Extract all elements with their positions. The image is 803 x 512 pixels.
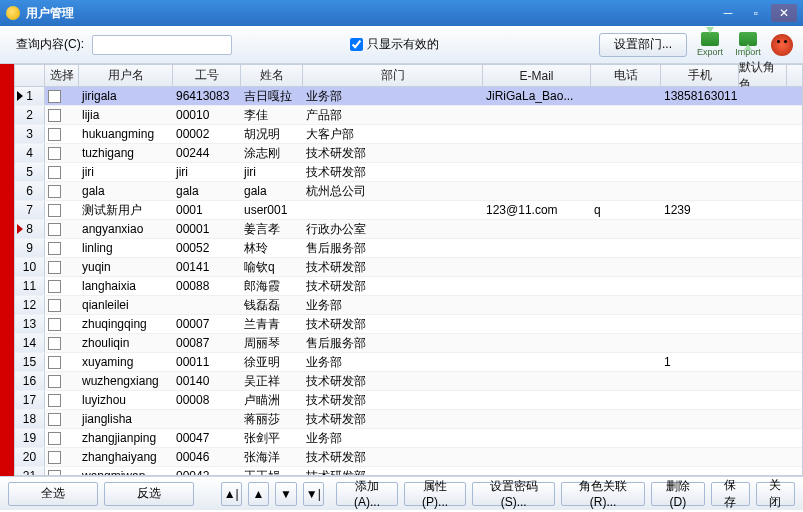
row-select-cell[interactable] bbox=[45, 448, 79, 466]
table-row[interactable]: 2lijia00010李佳产品部 bbox=[15, 106, 802, 125]
row-select-cell[interactable] bbox=[45, 372, 79, 390]
row-select-cell[interactable] bbox=[45, 467, 79, 475]
row-select-cell[interactable] bbox=[45, 334, 79, 352]
cell-phone bbox=[591, 144, 661, 162]
table-row[interactable]: 1jirigala96413083吉日嘎拉业务部JiRiGaLa_Bao...1… bbox=[15, 87, 802, 106]
move-up-button[interactable]: ▲ bbox=[248, 482, 269, 506]
move-down-button[interactable]: ▼ bbox=[275, 482, 296, 506]
properties-button[interactable]: 属性(P)... bbox=[404, 482, 466, 506]
table-row[interactable]: 4tuzhigang00244涂志刚技术研发部 bbox=[15, 144, 802, 163]
row-select-cell[interactable] bbox=[45, 296, 79, 314]
row-select-cell[interactable] bbox=[45, 277, 79, 295]
search-input[interactable] bbox=[92, 35, 232, 55]
row-checkbox[interactable] bbox=[48, 432, 61, 445]
row-checkbox[interactable] bbox=[48, 204, 61, 217]
table-row[interactable]: 18jianglisha蒋丽莎技术研发部 bbox=[15, 410, 802, 429]
row-checkbox[interactable] bbox=[48, 147, 61, 160]
set-password-button[interactable]: 设置密码(S)... bbox=[472, 482, 555, 506]
row-checkbox[interactable] bbox=[48, 470, 61, 476]
table-row[interactable]: 17luyizhou00008卢瞄洲技术研发部 bbox=[15, 391, 802, 410]
row-select-cell[interactable] bbox=[45, 239, 79, 257]
table-row[interactable]: 6galagalagala杭州总公司 bbox=[15, 182, 802, 201]
row-checkbox[interactable] bbox=[48, 242, 61, 255]
table-row[interactable]: 15xuyaming00011徐亚明业务部1 bbox=[15, 353, 802, 372]
row-select-cell[interactable] bbox=[45, 163, 79, 181]
row-checkbox[interactable] bbox=[48, 318, 61, 331]
debug-icon[interactable] bbox=[771, 34, 793, 56]
row-checkbox[interactable] bbox=[48, 451, 61, 464]
maximize-button[interactable]: ▫ bbox=[743, 4, 769, 22]
move-bottom-button[interactable]: ▼| bbox=[303, 482, 324, 506]
row-select-cell[interactable] bbox=[45, 87, 79, 105]
row-checkbox[interactable] bbox=[48, 261, 61, 274]
header-rownum[interactable] bbox=[15, 65, 45, 86]
table-row[interactable]: 14zhouliqin00087周丽琴售后服务部 bbox=[15, 334, 802, 353]
row-checkbox[interactable] bbox=[48, 223, 61, 236]
header-phone[interactable]: 电话 bbox=[591, 65, 661, 86]
table-row[interactable]: 10yuqin00141喻钦q技术研发部 bbox=[15, 258, 802, 277]
row-checkbox[interactable] bbox=[48, 394, 61, 407]
row-checkbox[interactable] bbox=[48, 185, 61, 198]
header-mobile[interactable]: 手机 bbox=[661, 65, 739, 86]
save-button[interactable]: 保存 bbox=[711, 482, 750, 506]
delete-button[interactable]: 删除(D) bbox=[651, 482, 705, 506]
row-select-cell[interactable] bbox=[45, 410, 79, 428]
table-row[interactable]: 16wuzhengxiang00140吴正祥技术研发部 bbox=[15, 372, 802, 391]
only-valid-checkbox[interactable] bbox=[350, 38, 363, 51]
row-checkbox[interactable] bbox=[48, 413, 61, 426]
header-role[interactable]: 默认角色 bbox=[739, 65, 787, 86]
table-row[interactable]: 8angyanxiao00001姜言孝行政办公室 bbox=[15, 220, 802, 239]
row-select-cell[interactable] bbox=[45, 391, 79, 409]
close-button[interactable]: 关闭 bbox=[756, 482, 795, 506]
table-row[interactable]: 12qianleilei钱磊磊业务部 bbox=[15, 296, 802, 315]
role-relation-button[interactable]: 角色关联(R)... bbox=[561, 482, 645, 506]
row-checkbox[interactable] bbox=[48, 166, 61, 179]
invert-selection-button[interactable]: 反选 bbox=[104, 482, 194, 506]
header-select[interactable]: 选择 bbox=[45, 65, 79, 86]
table-row[interactable]: 13zhuqingqing00007兰青青技术研发部 bbox=[15, 315, 802, 334]
table-row[interactable]: 5jirijirijiri技术研发部 bbox=[15, 163, 802, 182]
set-department-button[interactable]: 设置部门... bbox=[599, 33, 687, 57]
export-button[interactable]: Export bbox=[695, 32, 725, 57]
row-checkbox[interactable] bbox=[48, 128, 61, 141]
grid-body[interactable]: 1jirigala96413083吉日嘎拉业务部JiRiGaLa_Bao...1… bbox=[15, 87, 802, 475]
row-checkbox[interactable] bbox=[48, 375, 61, 388]
row-select-cell[interactable] bbox=[45, 106, 79, 124]
header-username[interactable]: 用户名 bbox=[79, 65, 173, 86]
header-dept[interactable]: 部门 bbox=[303, 65, 483, 86]
cell-phone bbox=[591, 467, 661, 475]
minimize-button[interactable]: ─ bbox=[715, 4, 741, 22]
close-window-button[interactable]: ✕ bbox=[771, 4, 797, 22]
row-select-cell[interactable] bbox=[45, 182, 79, 200]
only-valid-checkbox-wrap[interactable]: 只显示有效的 bbox=[350, 36, 439, 53]
row-checkbox[interactable] bbox=[48, 280, 61, 293]
header-empno[interactable]: 工号 bbox=[173, 65, 241, 86]
add-button[interactable]: 添加(A)... bbox=[336, 482, 398, 506]
move-top-button[interactable]: ▲| bbox=[221, 482, 242, 506]
header-name[interactable]: 姓名 bbox=[241, 65, 303, 86]
table-row[interactable]: 7测试新用户0001user001123@11.comq1239 bbox=[15, 201, 802, 220]
row-checkbox[interactable] bbox=[48, 90, 61, 103]
table-row[interactable]: 21wangmiwan00042王王娟技术研发部 bbox=[15, 467, 802, 475]
header-email[interactable]: E-Mail bbox=[483, 65, 591, 86]
row-select-cell[interactable] bbox=[45, 125, 79, 143]
row-checkbox[interactable] bbox=[48, 356, 61, 369]
row-checkbox[interactable] bbox=[48, 299, 61, 312]
row-select-cell[interactable] bbox=[45, 144, 79, 162]
row-select-cell[interactable] bbox=[45, 353, 79, 371]
row-checkbox[interactable] bbox=[48, 337, 61, 350]
table-row[interactable]: 9linling00052林玲售后服务部 bbox=[15, 239, 802, 258]
cell-empno: 0001 bbox=[173, 201, 241, 219]
row-select-cell[interactable] bbox=[45, 220, 79, 238]
row-select-cell[interactable] bbox=[45, 201, 79, 219]
row-select-cell[interactable] bbox=[45, 315, 79, 333]
row-select-cell[interactable] bbox=[45, 429, 79, 447]
table-row[interactable]: 3hukuangming00002胡况明大客户部 bbox=[15, 125, 802, 144]
row-checkbox[interactable] bbox=[48, 109, 61, 122]
select-all-button[interactable]: 全选 bbox=[8, 482, 98, 506]
table-row[interactable]: 19zhangjianping00047张剑平业务部 bbox=[15, 429, 802, 448]
row-select-cell[interactable] bbox=[45, 258, 79, 276]
table-row[interactable]: 20zhanghaiyang00046张海洋技术研发部 bbox=[15, 448, 802, 467]
import-button[interactable]: Import bbox=[733, 32, 763, 57]
table-row[interactable]: 11langhaixia00088郎海霞技术研发部 bbox=[15, 277, 802, 296]
